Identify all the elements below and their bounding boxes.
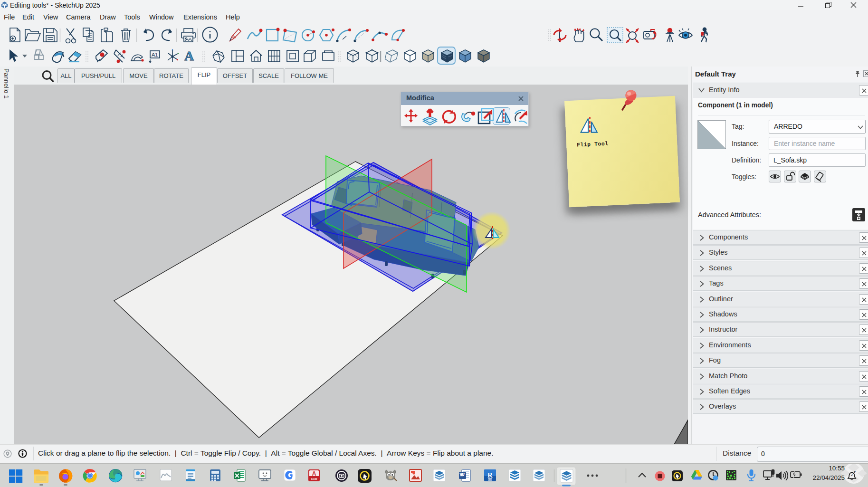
svg-text:RVT: RVT bbox=[488, 478, 492, 481]
svg-text:A: A bbox=[184, 48, 194, 63]
svg-text:A: A bbox=[312, 470, 316, 477]
svg-text:22/04/2025: 22/04/2025 bbox=[812, 474, 845, 481]
svg-text:A1: A1 bbox=[152, 52, 158, 57]
svg-text:CAD: CAD bbox=[311, 477, 318, 480]
svg-text:z: z bbox=[851, 472, 853, 477]
svg-text:10:55: 10:55 bbox=[829, 465, 845, 472]
svg-text:z: z bbox=[854, 470, 856, 474]
svg-text:W: W bbox=[460, 472, 465, 477]
svg-text:R: R bbox=[487, 471, 493, 479]
